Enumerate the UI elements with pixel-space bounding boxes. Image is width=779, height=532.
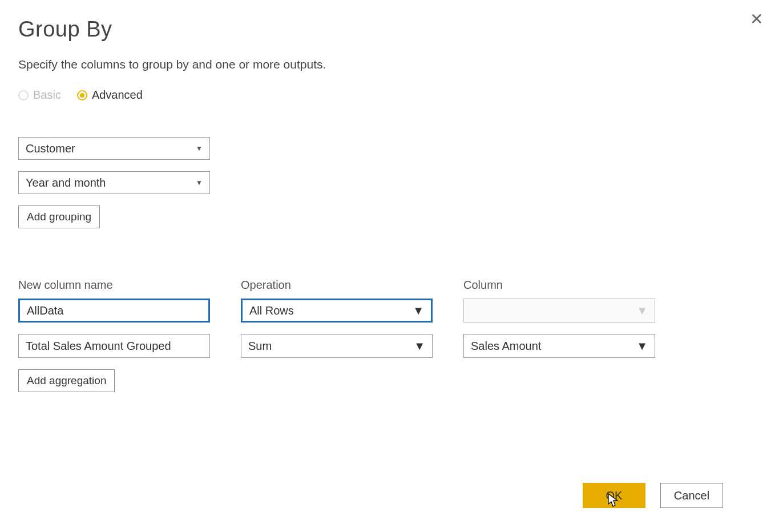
grouping-value: Customer [26, 142, 75, 155]
mode-radio-group: Basic Advanced [18, 88, 761, 102]
dialog-subtitle: Specify the columns to group by and one … [18, 58, 761, 71]
footer-buttons: OK Cancel [583, 483, 723, 508]
chevron-down-icon: ▼ [636, 340, 648, 353]
column-dropdown-1[interactable]: Sales Amount ▼ [463, 334, 655, 358]
column-dropdown-0: ▼ [463, 299, 655, 323]
radio-advanced[interactable]: Advanced [77, 88, 143, 102]
radio-basic[interactable]: Basic [18, 88, 61, 102]
radio-basic-label: Basic [33, 88, 61, 102]
cancel-button[interactable]: Cancel [660, 483, 723, 508]
ok-button[interactable]: OK [583, 483, 645, 508]
operation-value: All Rows [249, 304, 294, 317]
grouping-value: Year and month [26, 176, 106, 190]
operation-dropdown-1[interactable]: Sum ▼ [241, 334, 433, 358]
ok-label: OK [606, 489, 623, 502]
close-icon[interactable]: ✕ [750, 11, 763, 27]
aggregation-section: New column name Operation Column All Row… [18, 279, 761, 392]
radio-circle-icon [18, 90, 29, 100]
grouping-section: Customer ▼ Year and month ▼ Add grouping [18, 137, 761, 228]
operation-value: Sum [248, 340, 272, 353]
chevron-down-icon: ▼ [196, 179, 203, 187]
radio-advanced-label: Advanced [92, 88, 143, 102]
add-grouping-button[interactable]: Add grouping [18, 205, 100, 228]
radio-circle-icon [77, 90, 87, 100]
header-new-column: New column name [18, 279, 210, 292]
grouping-dropdown-0[interactable]: Customer ▼ [18, 137, 210, 160]
chevron-down-icon: ▼ [414, 340, 425, 353]
aggregation-row-0: All Rows ▼ ▼ [18, 299, 761, 323]
aggregation-row-1: Sum ▼ Sales Amount ▼ [18, 334, 761, 358]
chevron-down-icon: ▼ [196, 144, 203, 152]
chevron-down-icon: ▼ [636, 304, 648, 317]
operation-dropdown-0[interactable]: All Rows ▼ [241, 299, 433, 323]
new-column-name-input-0[interactable] [18, 299, 210, 323]
column-value: Sales Amount [471, 340, 541, 353]
new-column-name-input-1[interactable] [18, 334, 210, 358]
dialog-title: Group By [18, 17, 761, 42]
add-aggregation-button[interactable]: Add aggregation [18, 369, 115, 392]
chevron-down-icon: ▼ [413, 304, 424, 317]
grouping-dropdown-1[interactable]: Year and month ▼ [18, 171, 210, 194]
header-column: Column [463, 279, 655, 292]
header-operation: Operation [241, 279, 433, 292]
